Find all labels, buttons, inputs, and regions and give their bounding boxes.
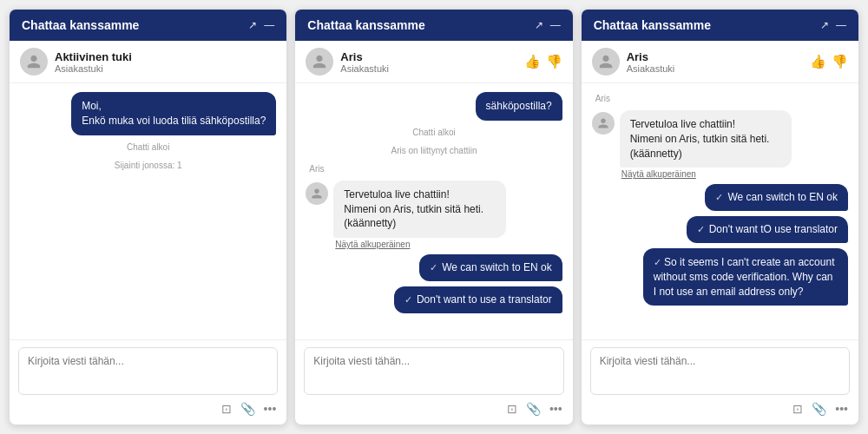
show-original-3[interactable]: Näytä alkuperäinen bbox=[620, 169, 835, 179]
chat-header-icons-1: ↗ — bbox=[248, 19, 274, 31]
expand-icon-3[interactable]: ↗ bbox=[820, 19, 829, 31]
chat-messages-2: sähköpostilla? Chatti alkoi Aris on liit… bbox=[295, 83, 572, 339]
agent-message-text-3: Tervetuloa live chattiin!Nimeni on Aris,… bbox=[630, 118, 770, 160]
agent-actions-3: 👍 👎 bbox=[810, 54, 848, 69]
chat-header-1: Chattaa kanssamme ↗ — bbox=[10, 10, 286, 41]
minimize-icon-3[interactable]: — bbox=[836, 19, 846, 31]
chat-input-1[interactable] bbox=[18, 347, 278, 395]
toolbar-more-icon-3[interactable]: ••• bbox=[835, 402, 848, 416]
toolbar-chat-icon-2[interactable]: ⊡ bbox=[507, 402, 517, 416]
checkmark-3b: ✓ bbox=[697, 223, 705, 236]
agent-bar-3: Aris Asiakastuki 👍 👎 bbox=[582, 41, 858, 83]
chat-toolbar-2: ⊡ 📎 ••• bbox=[304, 398, 563, 418]
agent-bubble-wrapper-3: Tervetuloa live chattiin!Nimeni on Aris,… bbox=[620, 110, 835, 179]
chat-input-3[interactable] bbox=[590, 347, 850, 395]
chat-header-3: Chattaa kanssamme ↗ — bbox=[582, 10, 858, 41]
user-message-text-1: Moi,Enkö muka voi luoda tiliä sähköposti… bbox=[82, 100, 266, 127]
chat-input-area-1: ⊡ 📎 ••• bbox=[10, 339, 286, 424]
agent-label-3: Aris bbox=[592, 94, 848, 103]
chat-panel-1: Chattaa kanssamme ↗ — Aktiivinen tuki As… bbox=[9, 9, 287, 425]
show-original-2[interactable]: Näytä alkuperäinen bbox=[333, 240, 549, 249]
chat-title-1: Chattaa kanssamme bbox=[22, 18, 139, 32]
agent-name-1: Aktiivinen tuki bbox=[55, 50, 276, 63]
user-message-3: ✓ So it seems I can't create an account … bbox=[643, 248, 848, 306]
chat-panels-container: Chattaa kanssamme ↗ — Aktiivinen tuki As… bbox=[0, 0, 868, 434]
agent-info-3: Aris Asiakastuki bbox=[627, 50, 803, 74]
toolbar-more-icon-2[interactable]: ••• bbox=[549, 402, 562, 416]
chat-toolbar-3: ⊡ 📎 ••• bbox=[590, 398, 850, 418]
chat-meta-start-1: Chatti alkoi bbox=[20, 142, 276, 152]
user-check-2b: ✓ Don't want to use a translator bbox=[394, 286, 562, 313]
agent-info-2: Aris Asiakastuki bbox=[340, 50, 516, 74]
checkmark-2b: ✓ bbox=[404, 293, 412, 306]
expand-icon-1[interactable]: ↗ bbox=[248, 19, 257, 31]
user-check-text-3b: Don't want tO use translator bbox=[709, 222, 838, 237]
agent-avatar-3 bbox=[592, 48, 620, 76]
chat-toolbar-1: ⊡ 📎 ••• bbox=[18, 398, 278, 418]
toolbar-chat-icon-1[interactable]: ⊡ bbox=[221, 402, 232, 416]
agent-name-3: Aris bbox=[627, 50, 803, 63]
user-message-text-2a: sähköpostilla? bbox=[486, 100, 552, 112]
chat-meta-queue-1: Sijainti jonossa: 1 bbox=[20, 161, 276, 170]
minimize-icon-1[interactable]: — bbox=[264, 19, 274, 31]
agent-avatar-2 bbox=[306, 48, 333, 76]
small-avatar-2 bbox=[306, 182, 328, 205]
checkmark-3c: ✓ bbox=[654, 257, 661, 267]
thumbs-up-icon-3[interactable]: 👍 bbox=[810, 54, 826, 69]
chat-panel-2: Chattaa kanssamme ↗ — Aris Asiakastuki 👍… bbox=[294, 9, 573, 425]
agent-actions-2: 👍 👎 bbox=[524, 54, 562, 69]
thumbs-up-icon-2[interactable]: 👍 bbox=[524, 54, 541, 69]
toolbar-more-icon-1[interactable]: ••• bbox=[264, 402, 277, 416]
chat-meta-joined-2: Aris on liittynyt chattiin bbox=[306, 146, 562, 155]
agent-name-2: Aris bbox=[340, 50, 516, 63]
chat-header-icons-2: ↗ — bbox=[535, 19, 561, 31]
agent-bar-1: Aktiivinen tuki Asiakastuki bbox=[10, 41, 286, 83]
thumbs-down-icon-2[interactable]: 👎 bbox=[546, 54, 562, 69]
chat-input-area-3: ⊡ 📎 ••• bbox=[582, 339, 858, 424]
agent-bar-2: Aris Asiakastuki 👍 👎 bbox=[295, 41, 572, 83]
agent-message-text-2: Tervetuloa live chattiin!Nimeni on Aris,… bbox=[344, 188, 483, 230]
user-check-text-3a: We can switch to EN ok bbox=[727, 190, 838, 205]
chat-input-2[interactable] bbox=[304, 347, 563, 395]
toolbar-attach-icon-1[interactable]: 📎 bbox=[240, 402, 255, 416]
chat-input-area-2: ⊡ 📎 ••• bbox=[295, 339, 572, 424]
chat-title-3: Chattaa kanssamme bbox=[594, 18, 711, 32]
small-avatar-3 bbox=[592, 112, 615, 135]
user-check-2a: ✓ We can switch to EN ok bbox=[419, 254, 562, 281]
user-check-text-2a: We can switch to EN ok bbox=[442, 260, 552, 275]
chat-header-2: Chattaa kanssamme ↗ — bbox=[295, 10, 572, 41]
toolbar-chat-icon-3[interactable]: ⊡ bbox=[792, 402, 803, 416]
chat-panel-3: Chattaa kanssamme ↗ — Aris Asiakastuki 👍… bbox=[581, 9, 859, 425]
agent-role-1: Asiakastuki bbox=[55, 63, 276, 74]
toolbar-attach-icon-2[interactable]: 📎 bbox=[526, 402, 541, 416]
agent-msg-row-2: Tervetuloa live chattiin!Nimeni on Aris,… bbox=[306, 181, 562, 249]
agent-role-2: Asiakastuki bbox=[340, 63, 516, 74]
agent-message-3: Tervetuloa live chattiin!Nimeni on Aris,… bbox=[620, 110, 792, 168]
user-message-text-3: So it seems I can't create an account wi… bbox=[654, 256, 835, 298]
expand-icon-2[interactable]: ↗ bbox=[535, 19, 543, 31]
agent-msg-row-3: Tervetuloa live chattiin!Nimeni on Aris,… bbox=[592, 110, 848, 179]
chat-messages-1: Moi,Enkö muka voi luoda tiliä sähköposti… bbox=[10, 83, 286, 339]
user-check-text-2b: Don't want to use a translator bbox=[417, 293, 552, 307]
agent-info-1: Aktiivinen tuki Asiakastuki bbox=[55, 50, 276, 74]
agent-label-2: Aris bbox=[306, 164, 562, 174]
chat-title-2: Chattaa kanssamme bbox=[307, 18, 424, 32]
chat-meta-start-2: Chatti alkoi bbox=[306, 128, 562, 137]
agent-bubble-wrapper-2: Tervetuloa live chattiin!Nimeni on Aris,… bbox=[333, 181, 549, 249]
agent-avatar-1 bbox=[20, 48, 48, 76]
toolbar-attach-icon-3[interactable]: 📎 bbox=[812, 402, 826, 416]
user-message-1: Moi,Enkö muka voi luoda tiliä sähköposti… bbox=[71, 92, 276, 135]
checkmark-2a: ✓ bbox=[430, 261, 437, 274]
agent-role-3: Asiakastuki bbox=[627, 63, 803, 74]
chat-header-icons-3: ↗ — bbox=[820, 19, 846, 31]
chat-messages-3: Aris Tervetuloa live chattiin!Nimeni on … bbox=[582, 83, 858, 339]
thumbs-down-icon-3[interactable]: 👎 bbox=[832, 54, 848, 69]
user-check-3a: ✓ We can switch to EN ok bbox=[705, 184, 848, 211]
agent-message-2: Tervetuloa live chattiin!Nimeni on Aris,… bbox=[333, 181, 505, 238]
user-message-2a: sähköpostilla? bbox=[476, 92, 562, 121]
user-check-3b: ✓ Don't want tO use translator bbox=[687, 216, 848, 243]
minimize-icon-2[interactable]: — bbox=[550, 19, 561, 31]
checkmark-3a: ✓ bbox=[715, 191, 723, 204]
